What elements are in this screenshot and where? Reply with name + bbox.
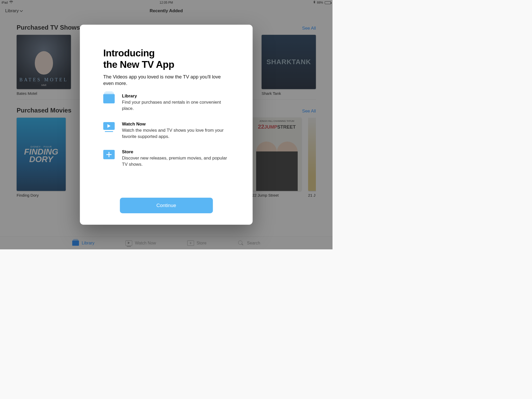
continue-button[interactable]: Continue (120, 198, 213, 213)
feature-title: Watch Now (122, 122, 229, 127)
feature-title: Store (122, 149, 229, 155)
feature-store: Store Discover new releases, premium mov… (103, 149, 229, 168)
library-icon (103, 94, 115, 103)
intro-modal: Introducingthe New TV App The Videos app… (80, 25, 253, 225)
feature-library: Library Find your purchases and rentals … (103, 94, 229, 112)
feature-desc: Find your purchases and rentals in one c… (122, 99, 229, 112)
feature-title: Library (122, 94, 229, 99)
modal-subtitle: The Videos app you loved is now the TV a… (103, 74, 229, 87)
feature-desc: Watch the movies and TV shows you love f… (122, 127, 229, 140)
feature-watch-now: Watch Now Watch the movies and TV shows … (103, 122, 229, 140)
feature-desc: Discover new releases, premium movies, a… (122, 155, 229, 168)
modal-title: Introducingthe New TV App (103, 48, 229, 70)
store-icon (103, 150, 115, 159)
watch-now-icon (103, 122, 115, 130)
